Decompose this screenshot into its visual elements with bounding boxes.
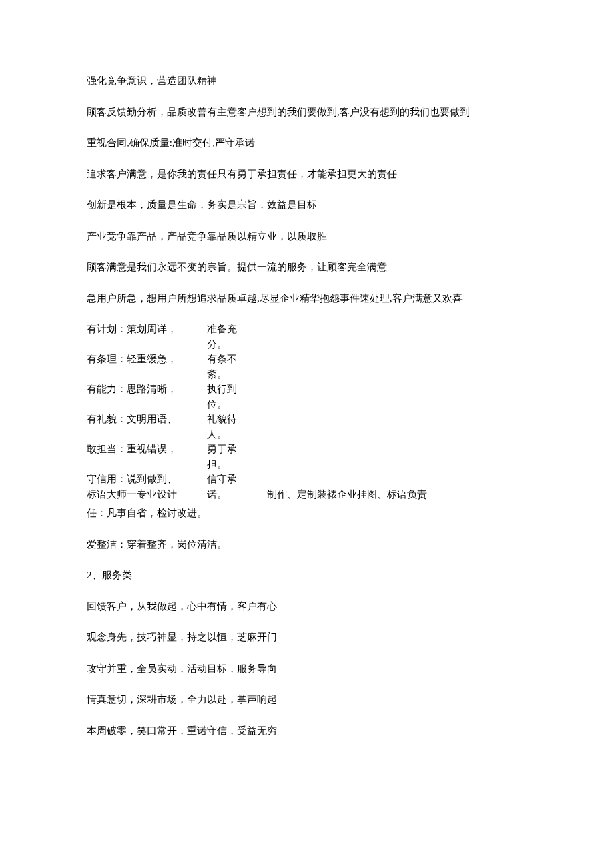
grid-cell-b: 准备充分。 xyxy=(207,322,247,352)
grid-row: 守信用：说到做到、 信守承 xyxy=(87,472,527,487)
paragraph: 情真意切，深耕市场，全力以赴，掌声响起 xyxy=(87,692,527,707)
grid-row-last: 标语大师一专业设计 诺。 制作、定制装裱企业挂图、标语负责 xyxy=(87,487,527,502)
grid-row: 敢担当：重视错误， 勇于承担。 xyxy=(87,442,527,472)
paragraph: 产业竞争靠产品，产品竞争靠品质以精立业，以质取胜 xyxy=(87,229,527,244)
grid-cell-trailing: 制作、定制装裱企业挂图、标语负责 xyxy=(247,487,527,502)
paragraph: 急用户所急，想用户所想追求品质卓越,尽显企业精华抱怨事件速处理,客户满意又欢喜 xyxy=(87,291,527,306)
paragraph: 强化竞争意识，营造团队精神 xyxy=(87,73,527,89)
paragraph: 本周破零，笑口常开，重诺守信，受益无穷 xyxy=(87,723,527,739)
grid-cell-a: 有计划：策划周详， xyxy=(87,322,207,337)
grid-cell-a: 有礼貌：文明用语、 xyxy=(87,412,207,427)
document-page: 强化竞争意识，营造团队精神 顾客反馈勤分析，品质改善有主意客户想到的我们要做到,… xyxy=(0,0,614,807)
grid-cell-b: 诺。 xyxy=(207,487,247,502)
paragraph: 攻守并重，全员实动，活动目标，服务导向 xyxy=(87,661,527,677)
grid-row: 有礼貌：文明用语、 礼貌待人。 xyxy=(87,412,527,442)
grid-row: 有能力：思路清晰， 执行到位。 xyxy=(87,382,527,412)
grid-tail: 任：凡事自省，检讨改进。 xyxy=(87,506,527,521)
grid-row: 有计划：策划周详， 准备充分。 xyxy=(87,322,527,352)
paragraph: 创新是根本，质量是生命，务实是宗旨，效益是目标 xyxy=(87,197,527,213)
grid-row: 有条理：轻重缓急， 有条不紊。 xyxy=(87,352,527,382)
paragraph: 顾客反馈勤分析，品质改善有主意客户想到的我们要做到,客户没有想到的我们也要做到 xyxy=(87,105,527,120)
paragraph: 观念身先，技巧神显，持之以恒，芝麻开门 xyxy=(87,630,527,645)
paragraph: 顾客满意是我们永远不变的宗旨。提供一流的服务，让顾客完全满意 xyxy=(87,260,527,275)
grid-cell-b: 执行到位。 xyxy=(207,382,247,412)
section-heading: 2、服务类 xyxy=(87,568,527,583)
grid-cell-b: 礼貌待人。 xyxy=(207,412,247,442)
paragraph: 重视合同,确保质量:准时交付,严守承诺 xyxy=(87,135,527,151)
paragraph: 爱整洁：穿着整齐，岗位清洁。 xyxy=(87,537,527,552)
grid-cell-b: 有条不紊。 xyxy=(207,352,247,382)
principles-grid: 有计划：策划周详， 准备充分。 有条理：轻重缓急， 有条不紊。 有能力：思路清晰… xyxy=(87,322,527,502)
grid-cell-b: 信守承 xyxy=(207,472,247,487)
grid-cell-a: 有条理：轻重缓急， xyxy=(87,352,207,367)
grid-cell-b: 勇于承担。 xyxy=(207,442,247,472)
grid-cell-a: 标语大师一专业设计 xyxy=(87,487,207,502)
grid-cell-a: 敢担当：重视错误， xyxy=(87,442,207,457)
grid-cell-a: 有能力：思路清晰， xyxy=(87,382,207,397)
paragraph: 回馈客户，从我做起，心中有情，客户有心 xyxy=(87,599,527,614)
grid-cell-a: 守信用：说到做到、 xyxy=(87,472,207,487)
paragraph: 追求客户满意，是你我的责任只有勇于承担责任，才能承担更大的责任 xyxy=(87,167,527,182)
